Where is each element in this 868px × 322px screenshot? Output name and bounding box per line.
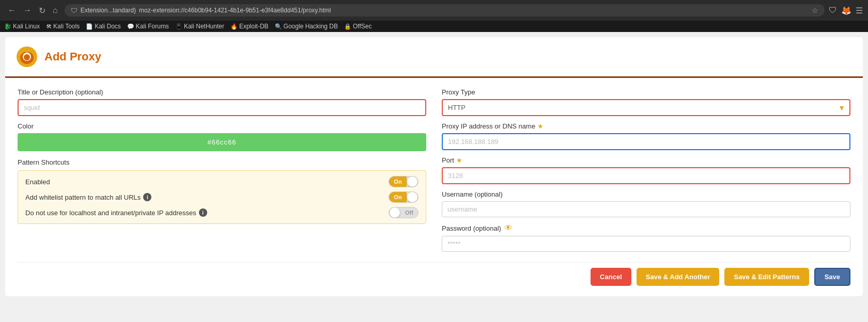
save-add-button[interactable]: Save & Add Another	[637, 268, 720, 286]
form-container: Title or Description (optional) Color #6…	[5, 78, 863, 296]
required-star: ★	[537, 122, 544, 130]
proxy-type-select[interactable]: HTTP HTTPS SOCKS4 SOCKS5	[442, 99, 850, 116]
menu-icon: ☰	[856, 6, 863, 15]
color-label: Color	[18, 122, 426, 130]
localhost-info-icon[interactable]: i	[199, 208, 207, 217]
proxy-type-select-wrapper: HTTP HTTPS SOCKS4 SOCKS5 ▼	[442, 99, 850, 116]
proxy-ip-group: Proxy IP address or DNS name★	[442, 122, 850, 150]
proxy-ip-input[interactable]	[442, 133, 850, 150]
page-title: Add Proxy	[44, 50, 101, 63]
page-header: Add Proxy	[5, 37, 863, 78]
whitelist-toggle[interactable]: On	[389, 191, 419, 203]
bookmark-nethunter[interactable]: 📱 Kali NetHunter	[175, 23, 224, 30]
toggle-on-label: On	[389, 192, 407, 202]
bookmark-label: Google Hacking DB	[284, 23, 338, 30]
bookmark-label: Kali NetHunter	[184, 23, 224, 30]
kali-tools-icon: 🛠	[46, 23, 52, 29]
port-group: Port★	[442, 156, 850, 184]
forward-button[interactable]: →	[21, 5, 34, 16]
pattern-enabled-row: Enabled On	[25, 176, 419, 187]
bookmark-label: OffSec	[353, 23, 371, 30]
shield-icon: 🛡	[71, 7, 78, 14]
right-column: Proxy Type HTTP HTTPS SOCKS4 SOCKS5 ▼	[442, 88, 850, 252]
toggle-knob	[407, 176, 417, 187]
bookmarks-bar: 🐉 Kali Linux 🛠 Kali Tools 📄 Kali Docs 💬 …	[0, 21, 868, 32]
kali-linux-icon: 🐉	[4, 23, 11, 30]
shield-icon-right: 🛡	[829, 6, 837, 15]
bookmark-label: Kali Docs	[95, 23, 121, 30]
password-label: Password (optional) 👁	[442, 223, 850, 233]
kali-docs-icon: 📄	[86, 23, 93, 30]
kali-forums-icon: 💬	[127, 23, 134, 30]
proxy-ip-label: Proxy IP address or DNS name★	[442, 122, 850, 130]
username-label: Username (optional)	[442, 190, 850, 198]
pattern-shortcuts-title: Pattern Shortcuts	[18, 158, 426, 166]
color-button[interactable]: #66cc66	[18, 133, 426, 151]
pattern-localhost-label: Do not use for localhost and intranet/pr…	[25, 208, 207, 217]
bookmark-kali-tools[interactable]: 🛠 Kali Tools	[46, 23, 80, 30]
port-label: Port★	[442, 156, 850, 164]
bookmark-offsec[interactable]: 🔒 OffSec	[344, 23, 371, 30]
address-bar[interactable]: 🛡 Extension...tandard) moz-extension://c…	[65, 4, 825, 17]
bookmark-kali-docs[interactable]: 📄 Kali Docs	[86, 23, 121, 30]
toggle-on-label: On	[389, 176, 407, 187]
main-content: Add Proxy Title or Description (optional…	[5, 37, 863, 296]
cancel-button[interactable]: Cancel	[591, 268, 631, 286]
extension-label: Extension...tandard)	[81, 7, 136, 14]
pattern-localhost-row: Do not use for localhost and intranet/pr…	[25, 207, 419, 218]
save-button[interactable]: Save	[814, 268, 850, 286]
browser-chrome: ← → ↻ ⌂ 🛡 Extension...tandard) moz-exten…	[0, 0, 868, 21]
back-button[interactable]: ←	[5, 5, 19, 16]
bookmark-label: Exploit-DB	[239, 23, 269, 30]
port-input[interactable]	[442, 167, 850, 184]
proxy-type-label: Proxy Type	[442, 88, 850, 96]
google-hacking-icon: 🔍	[275, 23, 282, 30]
toggle-off-label: Off	[400, 210, 418, 216]
toggle-knob	[390, 207, 400, 218]
localhost-toggle[interactable]: Off	[389, 207, 419, 218]
eye-icon[interactable]: 👁	[504, 223, 513, 233]
svg-point-3	[24, 54, 30, 60]
pattern-whitelist-row: Add whitelist pattern to match all URLs …	[25, 191, 419, 203]
title-label: Title or Description (optional)	[18, 88, 426, 96]
address-text: moz-extension://c46b0b94-1421-4b1e-9b51-…	[139, 7, 809, 14]
toggle-knob	[407, 192, 417, 202]
nethunter-icon: 📱	[175, 23, 182, 30]
bookmark-label: Kali Forums	[136, 23, 169, 30]
proxy-type-group: Proxy Type HTTP HTTPS SOCKS4 SOCKS5 ▼	[442, 88, 850, 116]
pattern-enabled-label: Enabled	[25, 178, 50, 186]
bookmark-label: Kali Linux	[13, 23, 40, 30]
bookmark-star-icon[interactable]: ☆	[812, 6, 818, 14]
pattern-shortcuts: Pattern Shortcuts Enabled On	[18, 158, 426, 224]
bookmark-google-hacking[interactable]: 🔍 Google Hacking DB	[275, 23, 338, 30]
title-input[interactable]	[18, 99, 426, 116]
home-button[interactable]: ⌂	[50, 5, 60, 16]
nav-buttons: ← → ↻ ⌂	[5, 5, 60, 17]
exploit-db-icon: 🔥	[230, 23, 238, 30]
enabled-toggle[interactable]: On	[389, 176, 419, 187]
save-edit-button[interactable]: Save & Edit Patterns	[724, 268, 809, 286]
required-star-port: ★	[456, 156, 462, 164]
refresh-button[interactable]: ↻	[36, 5, 48, 17]
username-group: Username (optional)	[442, 190, 850, 217]
title-group: Title or Description (optional)	[18, 88, 426, 116]
form-grid: Title or Description (optional) Color #6…	[18, 88, 850, 252]
pattern-box: Enabled On Add whitelist pattern to matc…	[18, 170, 426, 224]
left-column: Title or Description (optional) Color #6…	[18, 88, 426, 252]
offsec-icon: 🔒	[344, 23, 351, 30]
password-input[interactable]	[442, 236, 850, 252]
browser-right-icons: 🛡 🦊 ☰	[829, 6, 863, 15]
bookmark-exploit-db[interactable]: 🔥 Exploit-DB	[230, 23, 269, 30]
firefox-icon: 🦊	[841, 6, 851, 15]
bookmark-kali-forums[interactable]: 💬 Kali Forums	[127, 23, 169, 30]
color-group: Color #66cc66	[18, 122, 426, 151]
bookmark-kali-linux[interactable]: 🐉 Kali Linux	[4, 23, 40, 30]
bookmark-label: Kali Tools	[53, 23, 80, 30]
buttons-row: Cancel Save & Add Another Save & Edit Pa…	[18, 262, 850, 286]
password-group: Password (optional) 👁	[442, 223, 850, 252]
pattern-whitelist-label: Add whitelist pattern to match all URLs …	[25, 193, 151, 201]
username-input[interactable]	[442, 201, 850, 217]
whitelist-info-icon[interactable]: i	[143, 193, 151, 201]
fox-logo	[16, 45, 38, 68]
